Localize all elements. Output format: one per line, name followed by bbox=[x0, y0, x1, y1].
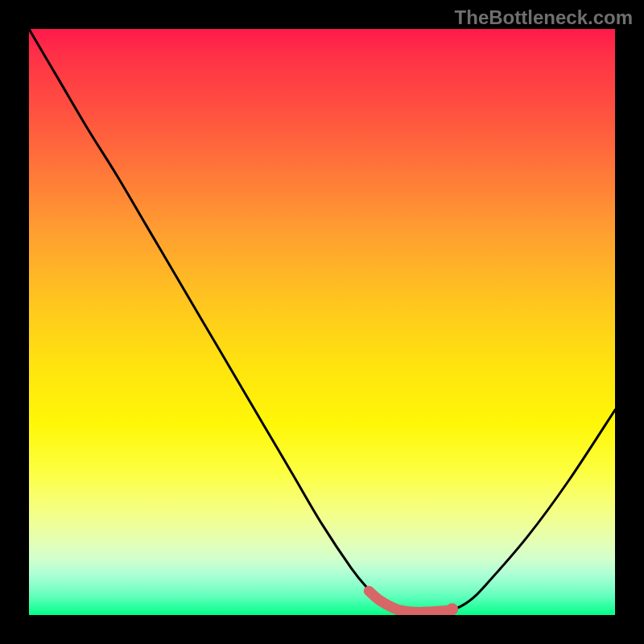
bottleneck-dot bbox=[446, 603, 458, 615]
curve-layer bbox=[29, 29, 615, 615]
chart-container: TheBottleneck.com bbox=[0, 0, 644, 644]
watermark-text: TheBottleneck.com bbox=[455, 6, 633, 29]
bottleneck-curve bbox=[29, 29, 615, 612]
bottleneck-highlight bbox=[369, 591, 448, 612]
plot-area bbox=[29, 29, 615, 615]
